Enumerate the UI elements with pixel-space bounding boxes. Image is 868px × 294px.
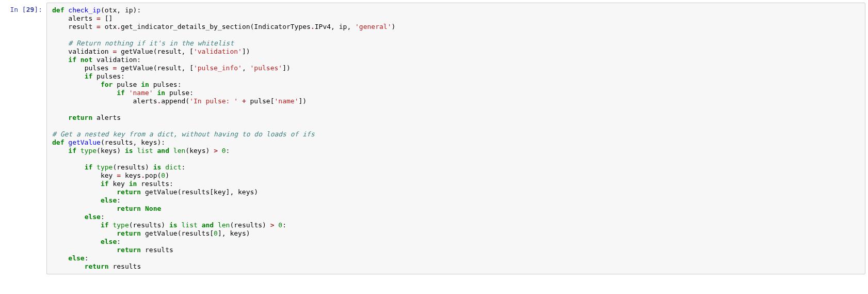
prompt-bracket-open: [ <box>22 6 26 13</box>
code-line: else: <box>52 196 121 204</box>
code-line: def getValue(results, keys): <box>52 138 165 146</box>
code-input-area[interactable]: def check_ip(otx, ip): alerts = [] resul… <box>46 3 865 274</box>
code-line: return results <box>52 262 141 270</box>
prompt-in-label: In <box>10 6 22 13</box>
code-line: key = keys.pop(0) <box>52 172 169 179</box>
code-line: if type(keys) is list and len(keys) > 0: <box>52 147 230 154</box>
code-line: return results <box>52 246 173 254</box>
code-line: else: <box>52 213 105 221</box>
code-line: else: <box>52 254 88 262</box>
code-line: def check_ip(otx, ip): <box>52 6 141 14</box>
code-line: validation = getValue(result, ['validati… <box>52 48 250 55</box>
code-line: alerts.append('In pulse: ' + pulse['name… <box>52 97 307 105</box>
code-line: for pulse in pulses: <box>52 81 181 88</box>
code-line: if not validation: <box>52 56 141 64</box>
code-line: if type(results) is list and len(results… <box>52 221 286 229</box>
code-line: return getValue(results[key], keys) <box>52 188 258 196</box>
code-line: alerts = [] <box>52 14 112 22</box>
code-line: return alerts <box>52 114 121 121</box>
code-line: if 'name' in pulse: <box>52 89 194 97</box>
code-line: pulses = getValue(result, ['pulse_info',… <box>52 64 291 72</box>
code-line: if pulses: <box>52 72 125 80</box>
code-content[interactable]: def check_ip(otx, ip): alerts = [] resul… <box>52 6 862 271</box>
code-line: if type(results) is dict: <box>52 163 185 171</box>
notebook-cell: In [29]: def check_ip(otx, ip): alerts =… <box>0 0 868 277</box>
prompt-bracket-close: ]: <box>34 6 42 13</box>
code-line: result = otx.get_indicator_details_by_se… <box>52 23 395 30</box>
code-line: return getValue(results[0], keys) <box>52 229 250 237</box>
code-line: # Get a nested key from a dict, without … <box>52 130 315 138</box>
input-prompt: In [29]: <box>3 3 46 274</box>
code-line: if key in results: <box>52 180 173 188</box>
code-line: # Return nothing if it's in the whitelis… <box>52 39 234 47</box>
code-line: else: <box>52 238 121 245</box>
prompt-number: 29 <box>26 6 35 13</box>
code-line: return None <box>52 205 161 212</box>
